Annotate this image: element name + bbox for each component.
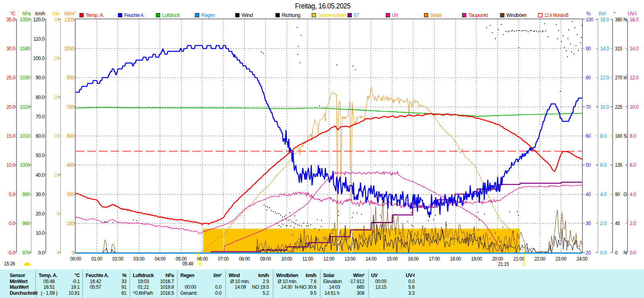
svg-text:270: 270 <box>615 75 622 81</box>
svg-text:5.6: 5.6 <box>409 284 415 290</box>
svg-text:%: % <box>586 11 591 17</box>
svg-text:°C: °C <box>10 11 15 17</box>
svg-text:05:57: 05:57 <box>90 284 101 290</box>
svg-text:14:30: 14:30 <box>281 284 293 290</box>
svg-text:360: 360 <box>615 17 622 23</box>
svg-text:980: 980 <box>22 221 30 226</box>
svg-text:19:00: 19:00 <box>471 256 482 262</box>
svg-text:110.0: 110.0 <box>33 36 45 42</box>
svg-text:45: 45 <box>615 221 620 226</box>
svg-text:40: 40 <box>586 192 591 197</box>
svg-text:900: 900 <box>67 75 75 81</box>
svg-text:hPa: hPa <box>165 273 174 278</box>
svg-text:-0.1: -0.1 <box>72 279 80 284</box>
svg-text:14.0: 14.0 <box>600 46 609 52</box>
svg-text:0.0: 0.0 <box>215 290 222 296</box>
svg-text:Ø 10 min.: Ø 10 min. <box>230 279 250 284</box>
svg-text:12:00: 12:00 <box>324 256 335 262</box>
svg-text:Luftdruck: Luftdruck <box>133 273 154 278</box>
svg-text:Solar: Solar <box>323 273 335 278</box>
svg-text:07:00: 07:00 <box>218 256 229 262</box>
svg-text:1040: 1040 <box>20 46 30 52</box>
svg-text:l/m²: l/m² <box>599 11 607 17</box>
svg-text:20: 20 <box>586 250 591 256</box>
svg-text:Regen: Regen <box>201 12 215 18</box>
svg-text:61: 61 <box>121 290 126 296</box>
svg-text:30.0: 30.0 <box>6 46 15 52</box>
svg-text:70: 70 <box>586 104 591 110</box>
svg-text:150: 150 <box>67 221 75 226</box>
svg-text:2.0: 2.0 <box>600 221 607 226</box>
svg-text:NO 19.5: NO 19.5 <box>252 284 269 290</box>
svg-text:1050: 1050 <box>64 46 74 52</box>
svg-text:80: 80 <box>586 75 591 81</box>
svg-text:1000: 1000 <box>20 162 30 168</box>
svg-text:21:15: 21:15 <box>498 261 509 267</box>
svg-text:-17.812: -17.812 <box>349 279 365 284</box>
svg-text:990: 990 <box>22 192 30 197</box>
svg-text:308: 308 <box>357 290 365 296</box>
svg-text:225: 225 <box>615 104 622 110</box>
svg-text:13:00: 13:00 <box>345 256 356 262</box>
svg-text:min: min <box>52 11 60 17</box>
svg-text:91: 91 <box>121 284 126 290</box>
svg-text:60: 60 <box>586 133 591 139</box>
svg-text:0.0: 0.0 <box>600 250 607 256</box>
svg-text:17:00: 17:00 <box>429 256 440 262</box>
svg-text:Elevation: Elevation <box>323 279 342 284</box>
svg-text:16.0: 16.0 <box>600 17 609 23</box>
svg-text:14.0: 14.0 <box>630 46 639 52</box>
svg-text:%: % <box>122 273 127 278</box>
svg-text:60.0: 60.0 <box>36 133 45 139</box>
svg-text:1020: 1020 <box>20 104 30 110</box>
svg-text:750: 750 <box>67 104 75 110</box>
svg-text:-5.0: -5.0 <box>7 250 15 256</box>
svg-text:00:00: 00:00 <box>70 256 82 262</box>
svg-text:16:42: 16:42 <box>90 279 101 284</box>
svg-text:315: 315 <box>615 46 622 52</box>
svg-text:1050: 1050 <box>20 17 30 23</box>
svg-text:9.5: 9.5 <box>310 290 317 296</box>
svg-text:1019.8: 1019.8 <box>160 284 174 290</box>
svg-text:18:00: 18:00 <box>450 256 461 262</box>
svg-text:Sensor: Sensor <box>10 273 25 278</box>
svg-text:km/h: km/h <box>258 273 269 278</box>
svg-text:W/m²: W/m² <box>353 273 364 278</box>
svg-text:UV: UV <box>371 273 378 278</box>
svg-text:33: 33 <box>121 279 126 284</box>
svg-text:6.0: 6.0 <box>600 162 607 168</box>
svg-text:90.0: 90.0 <box>36 75 45 81</box>
svg-text:05:48: 05:48 <box>182 261 194 267</box>
svg-text:Wind: Wind <box>229 273 240 278</box>
svg-text:30.0: 30.0 <box>36 192 45 197</box>
svg-text:03:00: 03:00 <box>134 256 145 262</box>
svg-text:300: 300 <box>67 192 75 197</box>
svg-text:Temp. A.: Temp. A. <box>86 12 104 18</box>
svg-text:MinWert: MinWert <box>10 279 28 284</box>
svg-text:14:51 h: 14:51 h <box>324 290 339 296</box>
svg-text:06:00: 06:00 <box>197 256 208 262</box>
svg-text:Windböen: Windböen <box>506 12 526 18</box>
svg-text:450: 450 <box>67 162 75 168</box>
svg-text:00:00: 00:00 <box>375 279 387 284</box>
svg-text:15:00: 15:00 <box>387 256 398 262</box>
svg-text:30: 30 <box>586 221 591 226</box>
svg-text:2.0: 2.0 <box>630 221 636 226</box>
svg-text:50: 50 <box>586 162 591 168</box>
svg-text:12.0: 12.0 <box>600 75 609 81</box>
svg-text:3.3: 3.3 <box>409 290 415 296</box>
svg-text:10.0: 10.0 <box>600 104 609 110</box>
svg-text:25.0: 25.0 <box>6 75 15 81</box>
svg-text:l/m²: l/m² <box>213 273 221 278</box>
svg-text:Feuchte A.: Feuchte A. <box>124 12 145 18</box>
svg-text:16.0: 16.0 <box>630 17 639 23</box>
svg-text:^0.6hPa/h: ^0.6hPa/h <box>133 290 153 296</box>
svg-text:0: 0 <box>615 250 618 256</box>
svg-text:5.2: 5.2 <box>263 290 269 296</box>
svg-text:40.0: 40.0 <box>36 172 45 178</box>
svg-text:50.0: 50.0 <box>36 153 45 158</box>
svg-text:0.0: 0.0 <box>409 279 415 284</box>
svg-text:Windböen: Windböen <box>276 273 298 278</box>
svg-text:22:00: 22:00 <box>535 256 546 262</box>
svg-text:100.0: 100.0 <box>33 56 45 61</box>
